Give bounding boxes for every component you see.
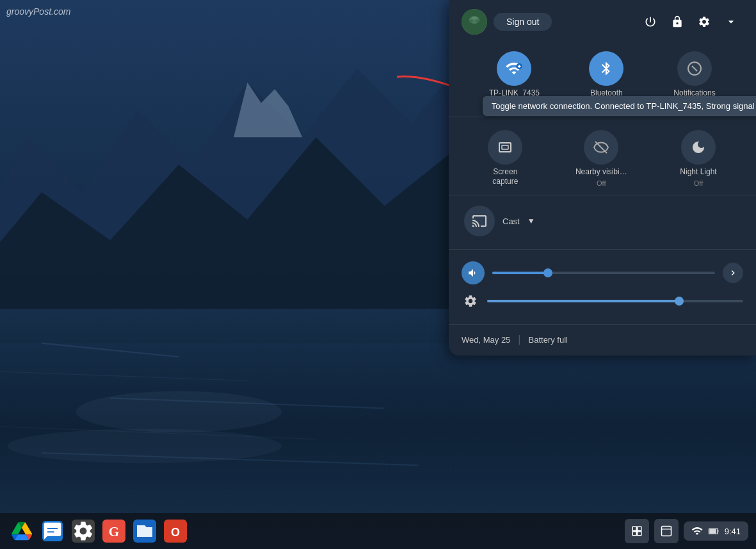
volume-fill <box>492 272 548 274</box>
taskbar-app-messages[interactable] <box>38 517 67 545</box>
system-tray[interactable]: 9:41 <box>684 521 748 541</box>
cast-chevron-icon: ▼ <box>527 217 535 225</box>
panel-top-row: Sign out <box>449 0 756 44</box>
brightness-slider-row <box>462 288 743 314</box>
wifi-control[interactable]: TP-LINK_7435 Strong Toggle network conne… <box>489 51 540 109</box>
brightness-fill <box>487 300 679 302</box>
date-battery-row: Wed, May 25 | Battery full <box>449 327 756 356</box>
svg-rect-37 <box>632 532 636 536</box>
wifi-tooltip: Toggle network connection. Connected to … <box>483 96 756 116</box>
screen-capture-control[interactable]: Screencapture <box>488 130 522 187</box>
volume-expand-button[interactable] <box>723 263 743 283</box>
brightness-icon <box>462 292 479 310</box>
svg-rect-38 <box>637 532 641 536</box>
night-light-control[interactable]: Night Light Off <box>680 130 716 188</box>
svg-rect-39 <box>661 527 671 536</box>
taskbar-app-office[interactable]: O <box>161 517 189 545</box>
clock-display: 9:41 <box>725 527 741 536</box>
svg-rect-42 <box>709 529 716 534</box>
nearby-visibility-button[interactable] <box>584 130 618 165</box>
expand-button[interactable] <box>719 10 743 34</box>
screen-capture-label: Screencapture <box>492 167 518 187</box>
svg-text:G: G <box>109 524 119 539</box>
nearby-visibility-control[interactable]: Nearby visibi… Off <box>575 130 627 188</box>
divider-1 <box>449 117 756 117</box>
quick-settings-panel: Sign out <box>449 0 756 356</box>
nearby-visibility-label: Nearby visibi… <box>575 167 627 177</box>
wifi-button[interactable] <box>497 51 531 86</box>
svg-rect-43 <box>718 530 719 533</box>
svg-rect-35 <box>632 527 636 530</box>
divider-4 <box>449 324 756 325</box>
svg-point-13 <box>7 429 282 464</box>
quick-settings-row: Screencapture Nearby visibi… Off Night L… <box>449 120 756 193</box>
sliders-section <box>449 252 756 322</box>
top-icon-group <box>638 10 743 34</box>
recent-apps-btn[interactable] <box>654 519 679 543</box>
svg-point-12 <box>76 391 282 432</box>
night-light-label: Night Light <box>680 167 716 177</box>
volume-track[interactable] <box>492 272 715 274</box>
volume-icon[interactable] <box>462 261 485 284</box>
svg-rect-23 <box>499 143 511 152</box>
night-light-button[interactable] <box>681 130 716 165</box>
cast-row: Cast ▼ <box>449 198 756 247</box>
cast-button[interactable]: Cast ▼ <box>464 206 535 236</box>
cast-label: Cast <box>503 217 520 226</box>
taskbar-app-grammarly[interactable]: G <box>100 517 128 545</box>
svg-rect-36 <box>637 527 641 530</box>
taskbar: G O <box>0 513 756 549</box>
nearby-visibility-sublabel: Off <box>597 179 606 187</box>
cast-icon-button[interactable] <box>464 206 495 236</box>
date-display: Wed, May 25 <box>462 335 510 345</box>
brightness-thumb[interactable] <box>675 297 684 306</box>
volume-thumb[interactable] <box>543 268 552 277</box>
watermark: groovyPost.com <box>6 6 70 17</box>
main-controls-row: TP-LINK_7435 Strong Toggle network conne… <box>449 44 756 114</box>
volume-slider-row <box>462 258 743 288</box>
divider-2 <box>449 195 756 195</box>
svg-text:O: O <box>171 526 180 539</box>
brightness-track[interactable] <box>487 300 743 302</box>
avatar[interactable] <box>462 9 487 35</box>
night-light-sublabel: Off <box>694 179 703 187</box>
svg-point-19 <box>472 17 477 19</box>
battery-status: Battery full <box>529 335 568 345</box>
svg-line-22 <box>692 66 697 71</box>
lock-button[interactable] <box>665 10 689 34</box>
date-battery-separator: | <box>518 334 520 345</box>
svg-rect-24 <box>502 145 508 149</box>
power-button[interactable] <box>638 10 663 34</box>
window-manager-btn[interactable] <box>625 519 649 543</box>
bluetooth-button[interactable] <box>589 51 623 86</box>
notifications-button[interactable] <box>677 51 712 86</box>
settings-button[interactable] <box>692 10 716 34</box>
sign-out-button[interactable]: Sign out <box>494 13 552 31</box>
divider-3 <box>449 249 756 250</box>
taskbar-right: 9:41 <box>625 519 748 543</box>
taskbar-app-files[interactable] <box>131 517 159 545</box>
taskbar-app-drive[interactable] <box>8 517 36 545</box>
screen-capture-button[interactable] <box>488 130 522 165</box>
taskbar-apps: G O <box>8 517 189 545</box>
taskbar-app-settings[interactable] <box>69 517 97 545</box>
